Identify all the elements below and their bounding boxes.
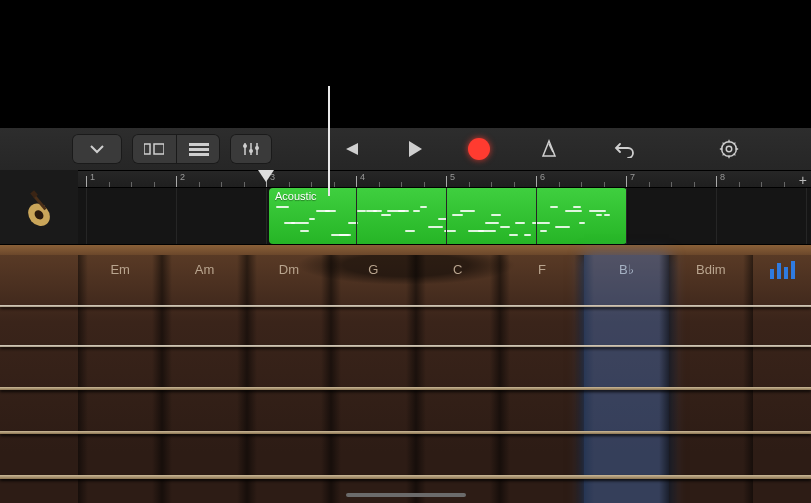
bar-number: 5	[450, 172, 455, 182]
svg-point-6	[249, 149, 253, 153]
fretboard: EmAmDmGCFB♭Bdim	[0, 245, 811, 503]
chord-am[interactable]: Am	[162, 255, 246, 285]
bar-number: 2	[180, 172, 185, 182]
play-button[interactable]	[394, 132, 436, 166]
bar-number: 4	[360, 172, 365, 182]
add-section-button[interactable]: +	[799, 172, 807, 188]
chord-strip: EmAmDmGCFB♭Bdim	[0, 255, 811, 285]
browser-menu[interactable]	[72, 134, 122, 164]
undo-button[interactable]	[604, 132, 646, 166]
svg-rect-0	[144, 144, 150, 154]
playhead[interactable]	[258, 170, 274, 182]
metronome-button[interactable]	[528, 132, 570, 166]
chord-g[interactable]: G	[331, 255, 415, 285]
svg-rect-3	[189, 148, 209, 151]
svg-rect-2	[189, 143, 209, 146]
midi-region[interactable]: Acoustic	[269, 188, 627, 244]
strings[interactable]	[0, 297, 811, 503]
region-label: Acoustic	[275, 190, 317, 202]
bar-number: 6	[540, 172, 545, 182]
svg-rect-4	[189, 153, 209, 156]
chord-c[interactable]: C	[416, 255, 500, 285]
home-indicator	[346, 493, 466, 497]
track-header[interactable]	[0, 170, 78, 245]
view-split-button[interactable]	[132, 134, 176, 164]
chord-f[interactable]: F	[500, 255, 584, 285]
svg-point-10	[726, 146, 732, 152]
autoplay-button[interactable]	[753, 255, 811, 285]
ruler[interactable]: + 12345678	[78, 170, 811, 188]
chord-em[interactable]: Em	[78, 255, 162, 285]
guitar-icon	[11, 179, 67, 235]
svg-point-5	[243, 144, 247, 148]
chord-bdim[interactable]: Bdim	[669, 255, 753, 285]
settings-button[interactable]	[708, 132, 750, 166]
bar-number: 1	[90, 172, 95, 182]
midi-notes	[275, 204, 621, 240]
callout-line	[328, 86, 330, 196]
svg-point-7	[255, 146, 259, 150]
record-button[interactable]	[458, 132, 500, 166]
chord-bb[interactable]: B♭	[584, 255, 668, 285]
track-lane[interactable]: Acoustic	[78, 188, 811, 245]
bar-number: 8	[720, 172, 725, 182]
bar-number: 7	[630, 172, 635, 182]
mixer-button[interactable]	[230, 134, 272, 164]
toolbar	[0, 128, 811, 170]
svg-rect-1	[154, 144, 164, 154]
chord-dm[interactable]: Dm	[247, 255, 331, 285]
view-tracks-button[interactable]	[176, 134, 220, 164]
goto-start-button[interactable]	[330, 132, 372, 166]
